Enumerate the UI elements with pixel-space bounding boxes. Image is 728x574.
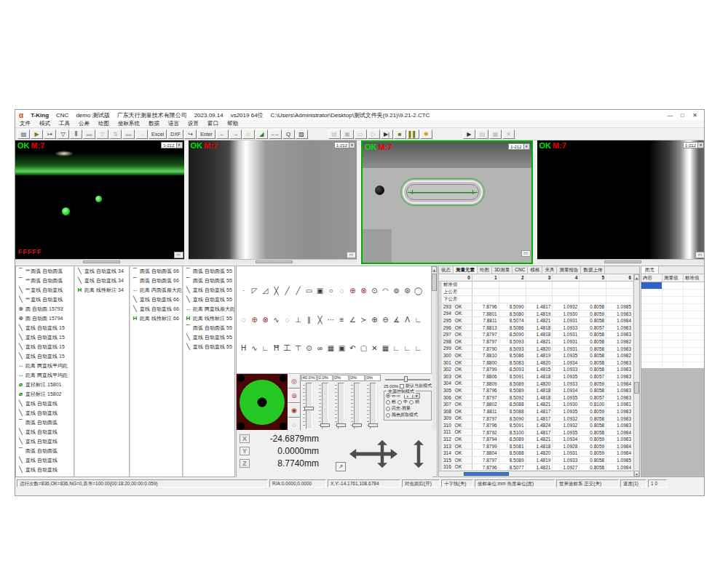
cell[interactable] [684,355,705,362]
cell[interactable] [641,304,662,311]
table-tab-1[interactable]: 测量元素 [454,266,478,274]
toolbar-arrow-left-button[interactable]: ← [216,129,229,139]
measurement-cell[interactable]: 1.4819 [526,457,553,463]
measurement-cell[interactable]: 8.5086 [499,352,526,359]
measurement-cell[interactable]: 1.0984 [606,443,633,450]
measurement-cell[interactable]: 8.5081 [499,443,526,450]
element-item[interactable]: ⌒圆弧自动圆弧55 [183,266,234,276]
toolbar-arrow-right-button[interactable]: → [229,129,242,139]
measurement-cell[interactable]: 8.5100 [499,429,526,436]
measurement-cell[interactable]: 1.4818 [526,331,553,338]
element-item[interactable]: ⌒***圆弧自动圆弧 [16,266,74,276]
measurement-cell[interactable]: 1.0933 [553,324,579,331]
selected-cell[interactable] [641,282,662,289]
table-vscrollbar[interactable]: ▲ ▼ [633,274,639,477]
measurement-cell[interactable]: 0.8058 [579,422,606,428]
cell[interactable] [662,282,684,289]
radio-color-capture[interactable] [386,413,390,418]
cell[interactable] [684,333,705,340]
ellipse-tool-icon[interactable]: ◯ [413,286,424,297]
cell[interactable] [684,304,705,311]
angle-tool-icon[interactable]: ∠ [347,314,358,325]
measurement-cell[interactable]: 0.8058 [579,359,606,366]
element-item[interactable]: ↔距离两直线平均距 [16,361,74,370]
measurement-cell[interactable]: 0.8058 [579,415,606,422]
detail-row[interactable] [641,340,705,348]
camera-view-2[interactable]: OKM:7 1-212▾ ▭ [189,140,357,264]
element-item[interactable]: ╲直线自动直线15 [16,351,74,361]
element-item[interactable]: ⌀直径标注15802 [16,389,74,399]
measurement-cell[interactable]: 7.8813 [472,324,499,331]
measurement-cell[interactable]: 1.4819 [526,311,553,317]
slot-hatched-2-tool-icon[interactable]: ⊗ [260,314,271,325]
measurement-cell[interactable]: 1.0931 [553,317,579,324]
toolbar-curve-out-button[interactable]: ↪ [184,129,197,139]
measurement-cell[interactable]: 1.0933 [553,380,579,387]
cross-point-tool-icon[interactable]: ╳ [271,286,282,297]
measurement-cell[interactable]: 0.8057 [579,394,606,401]
cell[interactable] [684,297,705,303]
detail-row[interactable] [641,319,705,326]
line-tool-icon[interactable]: ╱ [282,286,293,297]
measurement-cell[interactable]: 1.0935 [553,394,579,401]
element-item[interactable]: ⌒***圆弧自动圆弧 [16,276,74,285]
apex-tool-icon[interactable]: Λ [402,314,413,325]
table-row[interactable]: 302OK7.87998.50931.48151.09330.80581.098… [439,366,633,373]
cell[interactable] [662,348,684,354]
toolbar-probe-down-button[interactable]: ▽ [96,129,108,139]
table-tab-3[interactable]: 3D测量 [492,266,513,274]
measurement-cell[interactable]: 1.0983 [606,408,633,415]
table-tab-7[interactable]: 测量报告 [557,266,581,274]
measurement-cell[interactable]: 1.4824 [526,422,553,428]
copy-sheet-tool-icon[interactable]: ▣ [336,343,347,354]
point-tool-icon[interactable]: · [238,286,249,297]
measurement-cell[interactable]: 1.0983 [606,359,633,366]
element-item[interactable]: ╲直线自动直线66 [130,295,182,304]
measurement-cell[interactable]: 8.5089 [499,436,526,442]
cell[interactable] [662,355,684,362]
toolbar-dxf-button[interactable]: DXF [167,129,183,139]
measurement-cell[interactable]: 7.8801 [472,311,499,317]
measurement-cell[interactable]: 7.8796 [472,464,499,471]
toolbar-measure-path-button[interactable]: ↦ [44,129,56,139]
height-dim-tool-icon[interactable]: 工 [282,343,293,354]
measurement-cell[interactable]: 7.8797 [472,331,499,338]
toolbar-hatch-button[interactable]: ▨ [296,129,308,139]
measurement-cell[interactable]: 1.0983 [606,387,633,394]
measurement-cell[interactable]: 0.8058 [579,338,606,345]
position-tool-icon[interactable]: ⊙ [304,343,314,354]
jog-horizontal-arrow[interactable] [349,449,397,459]
camera-view-1[interactable]: OKM:7 1-212▾ FFFFF ▭ [15,140,184,264]
drop-dim-tool-icon[interactable]: ⊤ [293,343,304,354]
minimize-button[interactable]: — [665,112,676,119]
measurement-cell[interactable]: 1.0931 [553,338,579,345]
measurement-cell[interactable]: 1.0935 [553,373,579,380]
measurement-cell[interactable]: 1.4820 [526,359,553,366]
cell[interactable] [662,319,684,325]
cell[interactable] [472,289,499,295]
table-row[interactable]: 310OK7.87968.50911.48241.09320.80581.098… [439,422,633,429]
menu-item-7[interactable]: 语言 [164,120,183,127]
table-row[interactable]: 295OK7.88118.50741.48211.09310.80581.098… [439,317,633,324]
camera-view-4[interactable]: OKM:7 1-212▾ ▭ [537,140,705,264]
cell[interactable] [606,282,633,288]
corner-lamp-dot[interactable] [237,375,245,382]
maximize-button[interactable]: □ [677,112,688,119]
table-tab-8[interactable]: 数据上传 [581,266,605,274]
measurement-cell[interactable]: 7.8800 [472,359,499,366]
detail-row[interactable] [641,311,705,319]
measurement-cell[interactable]: 1.0928 [553,443,579,450]
slider-track[interactable] [338,383,344,429]
measurement-cell[interactable]: 8.5089 [499,457,526,463]
toolbar-folder-button[interactable]: ▭ [355,129,367,139]
element-item[interactable]: ╲直线自动直线 [16,455,74,465]
cell[interactable] [641,297,662,303]
cell[interactable] [553,289,579,295]
vertex-tool-icon[interactable]: ≻ [358,314,369,325]
cell[interactable] [662,290,684,296]
measurement-cell[interactable]: 7.8806 [472,373,499,380]
fit-view-button[interactable]: ▭ [695,252,705,258]
perpendicular-tool-icon[interactable]: ⊥ [293,314,304,325]
zoom-slider[interactable] [385,376,430,382]
measurement-cell[interactable]: 8.5093 [499,338,526,345]
